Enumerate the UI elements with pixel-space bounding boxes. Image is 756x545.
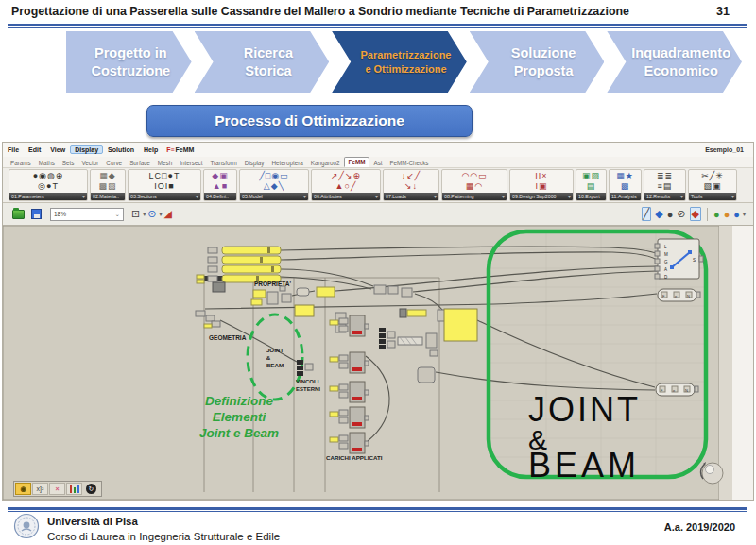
toolbar-icons[interactable]: ▲■ — [213, 181, 228, 192]
toolbar-icons[interactable]: ▩ — [621, 181, 630, 192]
toolbar-icons[interactable]: ╱□◉▭ — [259, 171, 288, 181]
save-button[interactable] — [28, 207, 44, 222]
expression-icon[interactable]: x]² — [32, 483, 48, 495]
toolbar-icons[interactable]: ◠◠▭ — [461, 171, 487, 181]
toolbar-group-sections[interactable]: LC□●TIOI■ 03.Sections+ — [128, 169, 201, 201]
chevron-down-icon[interactable]: ▾ — [143, 211, 146, 217]
step-soluzione-proposta[interactable]: Soluzione Proposta — [470, 31, 605, 93]
tab-display[interactable]: Display — [241, 159, 268, 167]
open-file-button[interactable] — [10, 207, 26, 222]
toolbar-icons[interactable]: ▩▨ — [98, 181, 116, 192]
toolbar-group-design-sap2000[interactable]: II×I▣ 09.Design Sap2000+ — [509, 169, 574, 201]
expand-icon[interactable]: + — [82, 194, 85, 199]
femm-line-node[interactable]: L M G A D S — [655, 239, 703, 280]
step-inquadramento-economico[interactable]: Inquadramento Economico — [607, 31, 742, 93]
tab-kangaroo2[interactable]: Kangaroo2 — [307, 159, 344, 167]
grasshopper-icon[interactable]: ◉ — [15, 483, 31, 495]
toolbar-icons[interactable]: ▲○╱ — [335, 181, 357, 192]
toolbar-group-analysis[interactable]: ▦★▩ 11.Analysis — [609, 169, 642, 201]
tab-femm[interactable]: FeMM — [344, 157, 370, 167]
toolbar-icons[interactable]: ↘↓ — [404, 181, 418, 192]
menu-view[interactable]: View — [45, 145, 70, 154]
tab-intersect[interactable]: Intersect — [176, 159, 206, 167]
tab-surface[interactable]: Surface — [126, 159, 154, 167]
toolbar-icons[interactable]: ↗╱↘⊕ — [331, 171, 361, 181]
expand-icon[interactable]: + — [434, 194, 437, 199]
toolbar-icons[interactable]: ▤ — [587, 181, 596, 192]
toolbar-icons[interactable]: ✂╱✳ — [701, 171, 724, 181]
redraw-icon[interactable]: ↻ — [83, 483, 99, 495]
toolbar-icons[interactable]: II× — [535, 171, 547, 181]
wireframe-display-icon[interactable]: ╱ — [642, 207, 652, 221]
tab-params[interactable]: Params — [7, 159, 35, 167]
menu-display[interactable]: Display — [70, 145, 103, 154]
menu-femm[interactable]: FeMM — [176, 146, 195, 153]
xray-display-icon[interactable]: ⊘ — [677, 208, 685, 220]
chevron-down-icon[interactable]: ▾ — [159, 211, 162, 217]
capsule-node-2[interactable]: F e N — [656, 383, 698, 396]
toolbar-group-tools[interactable]: ✂╱✳▧▣ Tools+ — [688, 169, 737, 201]
expand-icon[interactable]: + — [680, 194, 683, 199]
toolbar-icons[interactable]: △◆╲ — [264, 181, 284, 192]
preview-shaded-icon[interactable]: ● — [733, 209, 740, 220]
ghosted-display-icon[interactable]: ● — [667, 209, 674, 220]
toolbar-group-attributes[interactable]: ↗╱↘⊕▲○╱ 06.Attributes+ — [311, 169, 381, 201]
shaded-display-icon[interactable]: ◆ — [655, 208, 662, 220]
zoom-extents-icon[interactable]: ⊡ — [131, 208, 140, 220]
toolbar-icons[interactable]: ▦★ — [616, 171, 634, 181]
tab-curve[interactable]: Curve — [102, 159, 126, 167]
toolbar-group-materials[interactable]: ▦◆▩▨ 02.Materia.. — [90, 169, 126, 201]
toolbar-icons[interactable]: ↓↙╱ — [402, 171, 421, 181]
toolbar-icons[interactable]: ▦◠ — [466, 181, 483, 192]
tab-heteroptera[interactable]: Heteroptera — [268, 159, 307, 167]
toolbar-icons[interactable]: LC□●T — [149, 171, 180, 181]
step-ricerca-storica[interactable]: Ricerca Storica — [195, 31, 330, 93]
expand-icon[interactable]: + — [731, 194, 734, 199]
sketch-pen-icon[interactable]: ◢ — [163, 208, 171, 220]
gh-canvas[interactable]: PROPRIETA' GEOMETRIA — [3, 226, 755, 500]
tab-mesh[interactable]: Mesh — [154, 159, 176, 167]
number-slider[interactable] — [222, 256, 281, 264]
preview-eye-icon[interactable]: ⊙ — [147, 208, 156, 220]
toolbar-group-export[interactable]: ▣▨▤ 10.Export — [576, 169, 607, 201]
menu-help[interactable]: Help — [139, 145, 163, 154]
toolbar-group-patterning[interactable]: ◠◠▭▦◠ 08.Patterning+ — [441, 169, 507, 201]
capsule-node-1[interactable]: F e N — [658, 289, 700, 301]
toolbar-icons[interactable]: ≡▤ — [658, 181, 673, 192]
tab-sets[interactable]: Sets — [59, 159, 78, 167]
step-progetto-in-costruzione[interactable]: Progetto in Costruzione — [66, 31, 192, 93]
toolbar-group-definitions[interactable]: ◆▣▲■ 04.Defini.. — [203, 169, 237, 201]
tab-vector[interactable]: Vector — [77, 159, 102, 167]
toolbar-icons[interactable]: ≣≣ — [657, 171, 673, 181]
toolbar-icons[interactable]: ▧▣ — [703, 181, 721, 192]
toolbar-icons[interactable]: ▦◆ — [99, 171, 115, 181]
panel-yellow[interactable] — [444, 309, 477, 341]
tab-transform[interactable]: Transform — [206, 159, 240, 167]
menu-edit[interactable]: Edit — [24, 145, 45, 154]
toolbar-icons[interactable]: IOI■ — [154, 181, 174, 192]
toolbar-icons[interactable]: ◎●T — [38, 181, 59, 192]
toolbar-group-loads[interactable]: ↓↙╱↘↓ 07.Loads+ — [383, 169, 439, 201]
expand-icon[interactable]: + — [375, 194, 378, 199]
gumball-icon[interactable]: × — [49, 483, 65, 495]
step-parametrizzazione-ottimizzazione[interactable]: Parametrizzazione e Ottimizzazione — [332, 31, 467, 93]
chevron-down-icon[interactable]: ▾ — [743, 211, 746, 217]
menu-file[interactable]: File — [3, 145, 24, 154]
zoom-level-select[interactable]: 18% ⌄ — [50, 208, 124, 221]
rendered-display-icon[interactable]: ◆ — [690, 207, 701, 221]
toolbar-icons[interactable]: I▣ — [535, 181, 547, 192]
profiler-icon[interactable] — [66, 483, 82, 495]
menu-solution[interactable]: Solution — [103, 145, 139, 154]
toolbar-group-model[interactable]: ╱□◉▭△◆╲ 05.Model+ — [239, 169, 309, 201]
toolbar-group-results[interactable]: ≣≣≡▤ 12.Results+ — [644, 169, 686, 201]
expand-icon[interactable]: + — [196, 194, 198, 199]
toolbar-icons[interactable]: ▣▨ — [582, 171, 600, 181]
number-slider[interactable] — [222, 247, 281, 254]
tab-maths[interactable]: Maths — [35, 159, 59, 167]
toolbar-icons[interactable]: ●◉◍⊕ — [33, 171, 64, 181]
toolbar-group-parameters[interactable]: ●◉◍⊕◎●T 01.Parameters+ — [9, 169, 88, 201]
expand-icon[interactable]: + — [568, 194, 571, 199]
toolbar-icons[interactable]: ◆▣ — [212, 171, 228, 181]
preview-off-icon[interactable]: ● — [713, 209, 720, 220]
expand-icon[interactable]: + — [303, 194, 306, 199]
